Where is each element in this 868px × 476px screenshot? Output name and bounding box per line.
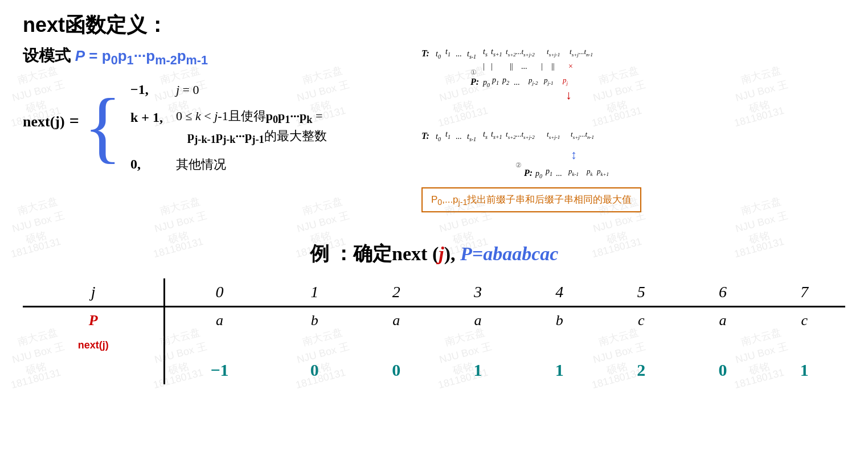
svg-text:p0: p0 — [482, 78, 490, 88]
next-val-5: 2 — [600, 356, 682, 384]
table-header-row: j 0 1 2 3 4 5 6 7 — [23, 278, 845, 307]
svg-text:t0: t0 — [436, 132, 441, 142]
col-3-header: 3 — [437, 278, 518, 307]
diagram1-svg: T: t0 t1 ... ts-1 ts ts+1 ts+2...ts+j-2 … — [421, 45, 695, 119]
case-value-3: 0, — [130, 157, 165, 172]
case-condition-1: j = 0 — [176, 83, 199, 97]
brace-container: { −1, j = 0 k + 1, — [84, 79, 327, 173]
svg-text:pj-1: pj-1 — [543, 76, 554, 86]
next-formula: next(j) = { −1, j = 0 k — [23, 79, 410, 173]
next-val-0: −1 — [165, 356, 274, 384]
next-label-row: next(j) — [23, 334, 845, 356]
svg-text:...: ... — [456, 50, 462, 58]
svg-text:ts+j...tn-1: ts+j...tn-1 — [570, 47, 593, 58]
svg-text:↕: ↕ — [571, 147, 577, 162]
next-table: j 0 1 2 3 4 5 6 7 P a b a a — [23, 278, 845, 384]
svg-text:ts+j-1: ts+j-1 — [547, 130, 560, 140]
j-header: j — [23, 278, 165, 307]
next-row-label: next(j) — [23, 334, 165, 356]
svg-text:||: || — [510, 62, 513, 71]
svg-text:ts+j...tn-1: ts+j...tn-1 — [571, 130, 594, 140]
svg-text:...: ... — [556, 169, 562, 178]
svg-text:②: ② — [515, 161, 522, 169]
svg-text:ts+j-1: ts+j-1 — [547, 47, 560, 58]
svg-text:↓: ↓ — [566, 88, 572, 102]
svg-text:ts+2...ts+j-2: ts+2...ts+j-2 — [506, 47, 535, 58]
svg-text:ts-1: ts-1 — [467, 132, 476, 142]
pattern-formula: P = p0p1···pm-2pm-1 — [75, 47, 208, 64]
next-label: next(j) — [23, 113, 65, 130]
svg-text:...: ... — [521, 62, 527, 71]
svg-text:T:: T: — [421, 131, 429, 141]
case-condition-2: 0 ≤ k < j-1且使得p0p1···pk = pj-k-1pj-k···p… — [176, 108, 327, 146]
diagram2-svg: T: t0 t1 ... ts-1 ts ts+1 ts+2...ts+j-2 … — [421, 125, 718, 193]
col-5-header: 5 — [600, 278, 682, 307]
pattern-label: 设模式 — [23, 47, 75, 64]
case-row-3: 0, 其他情况 — [130, 156, 327, 173]
diagrams-area: T: t0 t1 ... ts-1 ts ts+1 ts+2...ts+j-2 … — [410, 45, 845, 224]
brace-symbol: { — [84, 87, 122, 166]
case-value-1: −1, — [130, 82, 165, 97]
svg-text:|: | — [541, 62, 543, 71]
p-val-2: a — [355, 307, 437, 334]
next-values-row: −1 0 0 1 1 2 0 1 — [23, 356, 845, 384]
svg-text:|: | — [483, 62, 485, 71]
col-7-header: 7 — [764, 278, 845, 307]
svg-text:pj: pj — [562, 76, 568, 86]
p-value: P=abaabcac — [460, 243, 558, 264]
page-title: next函数定义： — [23, 11, 845, 39]
p-val-7: c — [764, 307, 845, 334]
p-val-5: c — [600, 307, 682, 334]
col-6-header: 6 — [682, 278, 763, 307]
example-title: 例 ：确定next (j), P=abaabcac — [23, 241, 845, 267]
svg-text:t0: t0 — [436, 50, 441, 60]
pattern-line: 设模式 P = p0p1···pm-2pm-1 — [23, 45, 410, 68]
case-row-2: k + 1, 0 ≤ k < j-1且使得p0p1···pk = pj-k-1p… — [130, 108, 327, 146]
col-0-header: 0 — [165, 278, 274, 307]
next-val-6: 0 — [682, 356, 763, 384]
bottom-section: 例 ：确定next (j), P=abaabcac j 0 1 2 3 4 5 … — [23, 241, 845, 384]
svg-text:p1: p1 — [545, 167, 552, 177]
next-j-italic: j — [439, 243, 444, 264]
next-val-2: 0 — [355, 356, 437, 384]
svg-text:ts: ts — [483, 130, 488, 140]
next-val-7: 1 — [764, 356, 845, 384]
svg-text:P:: P: — [470, 77, 479, 87]
next-empty-label — [23, 356, 165, 384]
svg-text:t1: t1 — [445, 47, 451, 58]
svg-text:ts+2...ts+j-2: ts+2...ts+j-2 — [506, 130, 535, 140]
svg-text:pk: pk — [586, 167, 593, 177]
svg-text:pk+1: pk+1 — [596, 167, 609, 177]
cases-list: −1, j = 0 k + 1, 0 ≤ k < j-1且使得p0p1···pk… — [130, 79, 327, 173]
svg-text:t1: t1 — [445, 130, 451, 140]
p-val-6: a — [682, 307, 763, 334]
next-val-3: 1 — [437, 356, 518, 384]
svg-text:p0: p0 — [535, 169, 542, 179]
col-4-header: 4 — [519, 278, 600, 307]
svg-text:P:: P: — [523, 168, 533, 178]
svg-text:pj-2: pj-2 — [528, 76, 538, 86]
svg-text:p2: p2 — [502, 76, 509, 86]
p-val-1: b — [274, 307, 355, 334]
next-val-1: 0 — [274, 356, 355, 384]
formula-area: 设模式 P = p0p1···pm-2pm-1 next(j) = { −1, — [23, 45, 410, 224]
equals-sign: = — [69, 111, 79, 130]
svg-text:×: × — [568, 62, 573, 71]
p-values-row: P a b a a b c a c — [23, 307, 845, 334]
svg-text:p1: p1 — [492, 76, 499, 86]
svg-text:ts-1: ts-1 — [467, 50, 476, 60]
p-val-4: b — [519, 307, 600, 334]
case-value-2: k + 1, — [130, 110, 165, 125]
svg-text:...: ... — [514, 78, 520, 87]
svg-text:|: | — [491, 62, 493, 71]
svg-text:ts+1: ts+1 — [491, 47, 502, 58]
p-val-0: a — [165, 307, 274, 334]
svg-text:ts+1: ts+1 — [491, 130, 502, 140]
case-row-1: −1, j = 0 — [130, 82, 327, 97]
svg-text:ts: ts — [483, 47, 488, 58]
next-val-4: 1 — [519, 356, 600, 384]
note-box: P0,...pj-1找出前缀子串和后缀子串相同的最大值 — [421, 187, 641, 212]
p-row-label: P — [23, 307, 165, 334]
svg-text:...: ... — [456, 132, 462, 141]
main-content: next函数定义： 设模式 P = p0p1···pm-2pm-1 next(j… — [0, 0, 868, 396]
